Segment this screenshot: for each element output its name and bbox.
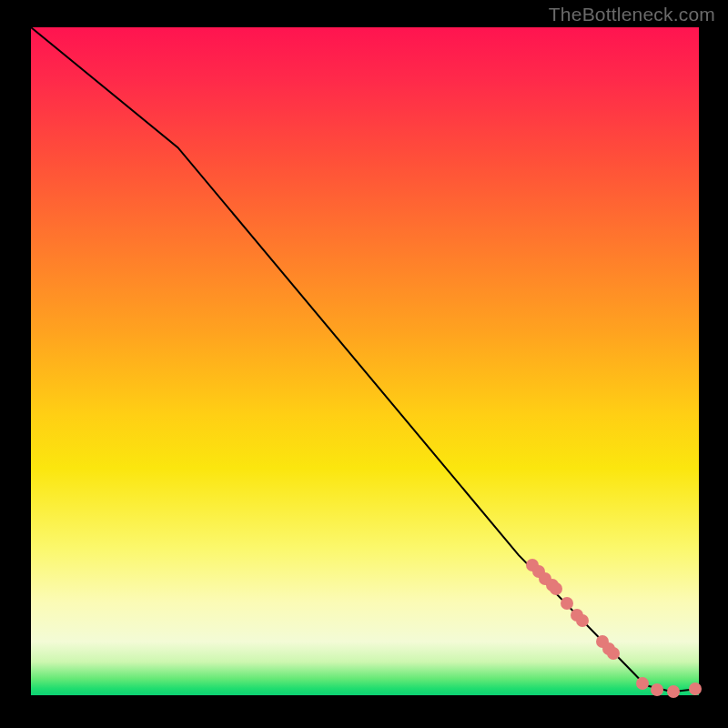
- chart-marker: [576, 614, 589, 627]
- chart-marker: [550, 582, 562, 595]
- chart-plot-area: [31, 27, 699, 695]
- chart-svg: [31, 27, 699, 695]
- chart-marker: [636, 677, 649, 690]
- watermark-text: TheBottleneck.com: [549, 4, 715, 25]
- chart-marker: [561, 597, 573, 610]
- chart-marker: [689, 682, 702, 695]
- chart-marker: [667, 685, 680, 698]
- chart-curve: [31, 27, 699, 692]
